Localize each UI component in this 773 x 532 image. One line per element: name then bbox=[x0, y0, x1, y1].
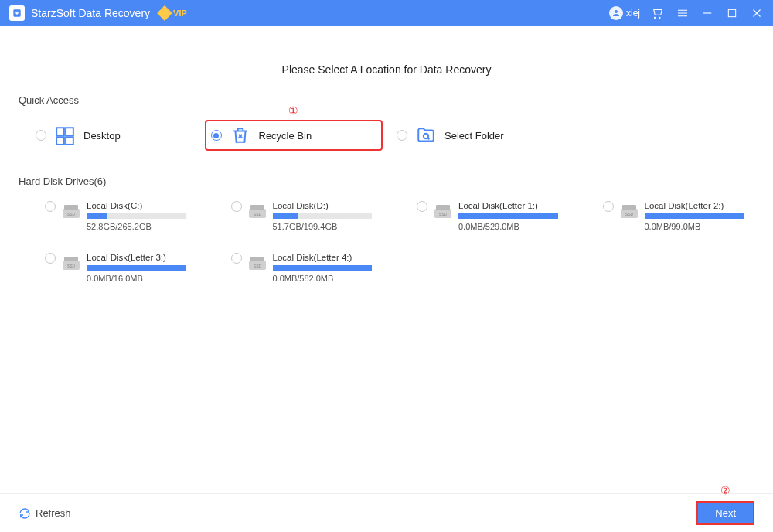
svg-rect-24 bbox=[250, 257, 264, 261]
drive-size: 0.0MB/582.0MB bbox=[273, 274, 373, 283]
drive-size: 0.0MB/529.0MB bbox=[458, 222, 558, 231]
svg-text:SSD: SSD bbox=[67, 212, 76, 217]
svg-rect-15 bbox=[436, 205, 450, 210]
drives-grid: SSD Local Disk(C:) 52.8GB/265.2GB SSD Lo… bbox=[19, 201, 754, 283]
next-button[interactable]: Next bbox=[696, 501, 754, 525]
app-logo-icon bbox=[9, 5, 25, 21]
quick-access-label: Desktop bbox=[83, 130, 121, 142]
ssd-icon: SSD bbox=[620, 204, 638, 220]
menu-icon[interactable] bbox=[676, 6, 690, 20]
ssd-icon: SSD bbox=[62, 204, 80, 220]
svg-text:SSD: SSD bbox=[439, 212, 448, 217]
minimize-icon[interactable] bbox=[700, 6, 714, 20]
cart-icon[interactable] bbox=[651, 6, 665, 20]
svg-rect-5 bbox=[56, 137, 64, 145]
usage-bar bbox=[645, 213, 744, 219]
drive-size: 52.8GB/265.2GB bbox=[87, 222, 186, 231]
ssd-icon: SSD bbox=[434, 204, 452, 220]
usage-bar bbox=[273, 213, 373, 219]
footer: Refresh ② Next bbox=[0, 493, 773, 532]
maximize-icon[interactable] bbox=[725, 6, 739, 20]
callout-two: ② bbox=[720, 484, 730, 496]
svg-rect-4 bbox=[66, 128, 73, 135]
usage-bar bbox=[458, 213, 558, 219]
drive-name: Local Disk(Letter 3:) bbox=[87, 253, 186, 262]
drive-item[interactable]: SSD Local Disk(Letter 1:) 0.0MB/529.0MB bbox=[417, 201, 569, 231]
app-title: StarzSoft Data Recovery bbox=[31, 7, 150, 19]
drive-name: Local Disk(Letter 1:) bbox=[458, 201, 558, 210]
refresh-label: Refresh bbox=[36, 507, 71, 519]
username: xiej bbox=[626, 8, 640, 19]
svg-rect-3 bbox=[56, 128, 64, 135]
ssd-icon: SSD bbox=[62, 256, 80, 271]
titlebar: StarzSoft Data Recovery VIP xiej bbox=[0, 0, 773, 26]
usage-bar bbox=[87, 265, 186, 271]
recycle-bin-icon bbox=[230, 124, 251, 146]
svg-rect-6 bbox=[66, 137, 73, 145]
drive-item[interactable]: SSD Local Disk(Letter 4:) 0.0MB/582.0MB bbox=[231, 253, 383, 283]
ssd-icon: SSD bbox=[248, 204, 267, 220]
drive-name: Local Disk(C:) bbox=[87, 201, 186, 210]
drive-size: 0.0MB/16.0MB bbox=[87, 274, 186, 283]
radio-icon bbox=[397, 130, 407, 141]
radio-icon bbox=[45, 201, 56, 212]
vip-diamond-icon bbox=[157, 5, 172, 21]
drive-name: Local Disk(Letter 2:) bbox=[645, 201, 744, 210]
vip-label: VIP bbox=[173, 9, 187, 18]
radio-icon bbox=[231, 201, 242, 212]
radio-icon bbox=[45, 253, 56, 264]
svg-text:SSD: SSD bbox=[67, 264, 76, 268]
main-content: Please Select A Location for Data Recove… bbox=[0, 26, 773, 283]
usage-bar bbox=[273, 265, 373, 271]
radio-icon bbox=[603, 201, 614, 212]
user-account[interactable]: xiej bbox=[609, 6, 640, 20]
svg-text:SSD: SSD bbox=[253, 264, 261, 268]
quick-access-label: Quick Access bbox=[19, 94, 754, 106]
svg-rect-12 bbox=[250, 205, 264, 210]
page-heading: Please Select A Location for Data Recove… bbox=[19, 63, 754, 76]
drive-name: Local Disk(D:) bbox=[273, 201, 373, 210]
svg-rect-21 bbox=[64, 257, 78, 261]
refresh-icon bbox=[19, 507, 31, 520]
radio-icon bbox=[36, 130, 46, 141]
drive-size: 51.7GB/199.4GB bbox=[273, 222, 373, 231]
drive-size: 0.0MB/99.0MB bbox=[645, 222, 744, 231]
radio-icon bbox=[231, 253, 242, 264]
callout-one: ① bbox=[288, 104, 298, 117]
ssd-icon: SSD bbox=[248, 256, 267, 271]
svg-rect-18 bbox=[622, 205, 636, 210]
drive-item[interactable]: SSD Local Disk(Letter 2:) 0.0MB/99.0MB bbox=[603, 201, 755, 231]
user-avatar-icon bbox=[609, 6, 623, 20]
refresh-button[interactable]: Refresh bbox=[19, 507, 71, 520]
drive-item[interactable]: SSD Local Disk(C:) 52.8GB/265.2GB bbox=[45, 201, 197, 231]
vip-badge: VIP bbox=[159, 8, 187, 19]
quick-access-recycle-bin[interactable]: ① Recycle Bin bbox=[205, 120, 383, 151]
drive-item[interactable]: SSD Local Disk(D:) 51.7GB/199.4GB bbox=[231, 201, 383, 231]
quick-access-select-folder[interactable]: Select Folder bbox=[390, 120, 569, 151]
quick-access-label: Recycle Bin bbox=[259, 130, 312, 142]
quick-access-label: Select Folder bbox=[444, 130, 504, 142]
svg-text:SSD: SSD bbox=[253, 212, 261, 217]
drives-label: Hard Disk Drives(6) bbox=[19, 176, 754, 187]
radio-icon bbox=[211, 130, 222, 141]
desktop-icon bbox=[54, 124, 76, 146]
drive-item[interactable]: SSD Local Disk(Letter 3:) 0.0MB/16.0MB bbox=[45, 253, 197, 283]
svg-point-1 bbox=[615, 10, 618, 13]
svg-rect-2 bbox=[728, 9, 735, 16]
folder-search-icon bbox=[415, 124, 437, 146]
radio-icon bbox=[417, 201, 427, 212]
quick-access-row: Desktop ① Recycle Bin Select Folder bbox=[19, 120, 754, 151]
usage-bar bbox=[87, 213, 186, 219]
close-icon[interactable] bbox=[750, 6, 764, 20]
quick-access-desktop[interactable]: Desktop bbox=[29, 120, 197, 151]
svg-rect-9 bbox=[64, 205, 78, 210]
drive-name: Local Disk(Letter 4:) bbox=[273, 253, 373, 262]
svg-text:SSD: SSD bbox=[625, 212, 633, 217]
